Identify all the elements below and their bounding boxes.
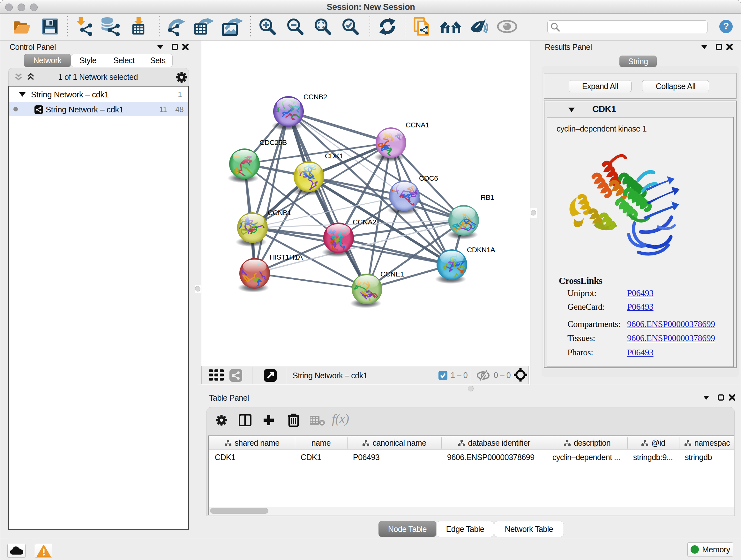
svg-text:CDC25B: CDC25B — [259, 138, 287, 146]
svg-text:RB1: RB1 — [481, 193, 494, 201]
svg-text:HIST1H1A: HIST1H1A — [270, 253, 303, 261]
svg-text:CCNB1: CCNB1 — [268, 209, 291, 217]
svg-text:CCNE1: CCNE1 — [381, 270, 404, 278]
svg-text:CCNA1: CCNA1 — [406, 121, 429, 129]
svg-text:CDKN1A: CDKN1A — [467, 246, 495, 254]
svg-text:CDC6: CDC6 — [419, 174, 438, 182]
svg-text:?: ? — [723, 21, 729, 31]
svg-text:CCNB2: CCNB2 — [304, 93, 327, 101]
svg-text:CCNA2: CCNA2 — [353, 218, 376, 226]
svg-text:CDK1: CDK1 — [325, 152, 343, 160]
